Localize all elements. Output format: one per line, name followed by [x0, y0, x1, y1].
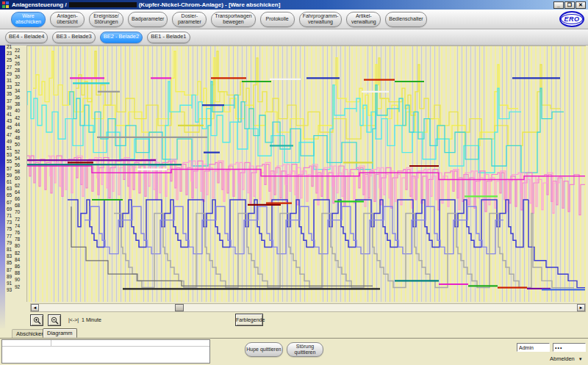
toolbar-button-badparameter[interactable]: Badparameter: [128, 12, 168, 27]
y-axis-label: 22: [15, 48, 20, 53]
diagram-plot[interactable]: [26, 46, 586, 302]
maximize-button[interactable]: ❐: [564, 1, 575, 9]
magnifier-plus-icon: [33, 317, 41, 325]
password-input[interactable]: [553, 343, 586, 352]
y-axis-label: 33: [7, 85, 12, 90]
scrollbar-thumb[interactable]: [175, 304, 184, 311]
load-tab-be4[interactable]: BE4 - Belade4: [5, 32, 48, 43]
y-axis-label: 40: [15, 109, 20, 113]
y-axis-label: 58: [15, 170, 20, 174]
column-divider: [51, 340, 51, 347]
y-axis-label: 49: [7, 140, 12, 144]
y-axis-label: 31: [7, 79, 12, 83]
y-axis-label: 73: [7, 220, 12, 225]
load-tab-be1[interactable]: BE1 - Belade1: [147, 32, 190, 43]
footer-panel: Hupe quittieren Störung quittieren Abmel…: [0, 339, 588, 365]
y-axis-label: 72: [15, 217, 20, 222]
y-axis-label: 84: [15, 258, 20, 262]
y-axis-label: 44: [15, 123, 20, 127]
scroll-left-arrow-icon[interactable]: ◄: [31, 304, 39, 311]
y-axis-label: 50: [15, 142, 20, 147]
y-axis-label: 42: [15, 116, 20, 120]
y-axis-label: 78: [15, 237, 20, 242]
y-axis-label: 71: [7, 214, 12, 218]
y-axis-label: 43: [7, 119, 12, 123]
zoom-in-button[interactable]: [30, 314, 43, 326]
y-axis-label: 51: [7, 146, 12, 151]
user-input[interactable]: [517, 343, 550, 352]
y-axis-label: 91: [7, 281, 12, 286]
horizontal-scrollbar[interactable]: ◄ ►: [30, 303, 586, 312]
y-axis-label: 70: [15, 210, 20, 214]
scroll-right-arrow-icon[interactable]: ►: [577, 304, 585, 311]
y-axis-label: 46: [15, 129, 20, 134]
toolbar-button-bedienschalter[interactable]: Bedienschalter: [385, 12, 426, 27]
y-axis-label: 61: [7, 180, 12, 184]
y-axis-label: 21: [7, 45, 12, 49]
y-axis-label: 81: [7, 247, 12, 252]
main-toolbar: Ware abschickenAnlagen- übersichtEreigni…: [0, 10, 588, 29]
y-axis-label: 89: [7, 275, 12, 279]
y-axis-label: 26: [15, 62, 20, 66]
y-axis-label: 82: [15, 251, 20, 256]
color-legend-button[interactable]: Farblegende: [235, 314, 263, 326]
y-axis-label: 93: [7, 288, 12, 292]
toolbar-button-ware[interactable]: Ware abschicken: [11, 12, 46, 27]
y-axis-label: 30: [15, 75, 20, 79]
load-tab-be2[interactable]: BE2 - Belade2: [100, 32, 143, 43]
redacted-text: [69, 2, 137, 7]
toolbar-button-anlagen-[interactable]: Anlagen- übersicht: [50, 12, 85, 27]
stoerung-quittieren-button[interactable]: Störung quittieren: [287, 342, 323, 357]
logout-control[interactable]: Abmelden ▼: [550, 355, 583, 362]
y-axis-labels: 2122232425262728293031323334353637383940…: [5, 46, 26, 301]
diagram-controls: |<->| 1 Minute Farblegende: [0, 313, 586, 328]
load-tab-be3[interactable]: BE3 - Belade3: [52, 32, 95, 43]
y-axis-label: 87: [7, 268, 12, 272]
y-axis-label: 74: [15, 224, 20, 228]
hupe-quittieren-button[interactable]: Hupe quittieren: [245, 342, 283, 357]
y-axis-label: 48: [15, 136, 20, 140]
y-axis-label: 45: [7, 126, 12, 130]
y-axis-label: 34: [15, 89, 20, 93]
diagram-svg: [27, 46, 585, 302]
bottom-tab-strip: AbschickenDiagramm: [0, 328, 588, 339]
message-list-panel[interactable]: [1, 339, 210, 364]
y-axis-label: 39: [7, 106, 12, 110]
y-axis-label: 32: [15, 82, 20, 87]
y-axis-label: 47: [7, 133, 12, 137]
bottom-tab-diagramm[interactable]: Diagramm: [43, 328, 77, 338]
zoom-out-button[interactable]: [48, 314, 61, 326]
y-axis-label: 67: [7, 200, 12, 205]
minimize-button[interactable]: _: [553, 1, 564, 9]
time-scale-label: |<->| 1 Minute: [68, 317, 101, 322]
toolbar-button-artikel-[interactable]: Artikel- verwaltung: [346, 12, 381, 27]
y-axis-label: 24: [15, 55, 20, 59]
y-axis-label: 83: [7, 254, 12, 259]
logout-label: Abmelden: [550, 355, 575, 362]
toolbar-button-dosier-[interactable]: Dosier- parameter: [172, 12, 207, 27]
y-axis-label: 69: [7, 207, 12, 212]
magnifier-minus-icon: [51, 317, 59, 325]
y-axis-label: 37: [7, 99, 12, 104]
y-axis-label: 88: [15, 271, 20, 275]
toolbar-button-protokolle[interactable]: Protokolle: [260, 12, 295, 27]
diagram-area: 2122232425262728293031323334353637383940…: [0, 46, 588, 328]
chart-series-traeger-blau-auslauf: [528, 200, 585, 288]
y-axis-label: 27: [7, 65, 12, 70]
loading-station-tabs: BE4 - Belade4BE3 - Belade3BE2 - Belade2B…: [0, 29, 588, 46]
title-bar: Anlagensteuerung /(Kupfer-Nickel-Chrom-A…: [0, 0, 588, 10]
message-list-header: [2, 340, 209, 347]
toolbar-button-transportwagen[interactable]: Transportwagen bewegen: [211, 12, 255, 27]
y-axis-label: 66: [15, 197, 20, 201]
toolbar-button-fahrprogramm-[interactable]: Fahrprogramm- verwaltung: [299, 12, 343, 27]
y-axis-label: 60: [15, 176, 20, 181]
y-axis-label: 62: [15, 184, 20, 188]
y-axis-label: 38: [15, 102, 20, 106]
window-title: Anlagensteuerung /(Kupfer-Nickel-Chrom-A…: [12, 1, 280, 8]
y-axis-label: 41: [7, 112, 12, 117]
chevron-down-icon: ▼: [578, 357, 583, 361]
decorative-blue-strip: [0, 46, 5, 336]
close-button[interactable]: ✕: [576, 1, 586, 9]
toolbar-button-ereignisse-[interactable]: Ereignisse/ Störungen: [89, 12, 123, 27]
y-axis-label: 54: [15, 156, 20, 161]
